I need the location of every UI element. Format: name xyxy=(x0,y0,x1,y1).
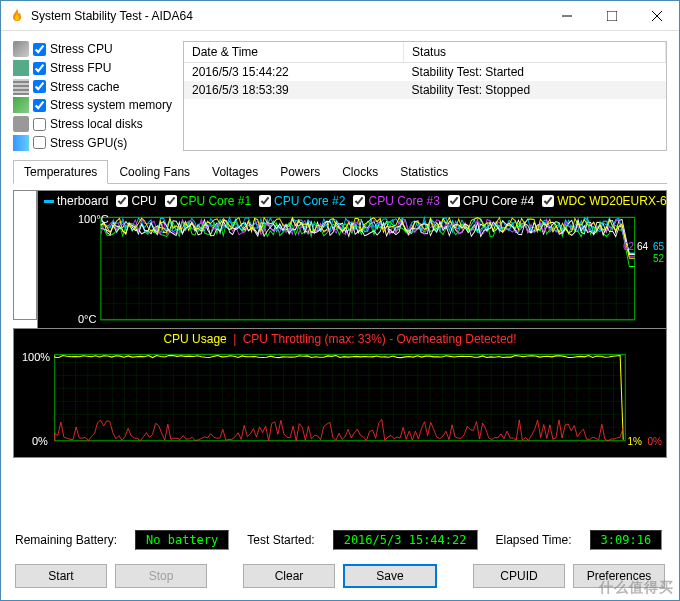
stress-cpu-label: Stress CPU xyxy=(50,42,113,56)
cpu-icon xyxy=(13,41,29,57)
start-button[interactable]: Start xyxy=(15,564,107,588)
legend-wdc[interactable]: WDC WD20EURX-64H xyxy=(542,194,666,208)
temp-legend: therboard CPU CPU Core #1 CPU Core #2 CP… xyxy=(38,191,666,211)
usage-chart: CPU Usage | CPU Throttling (max: 33%) - … xyxy=(13,328,667,458)
temp-chart-wrap: therboard CPU CPU Core #1 CPU Core #2 CP… xyxy=(13,190,667,320)
app-icon xyxy=(9,8,25,24)
fpu-icon xyxy=(13,60,29,76)
watermark: 什么值得买 xyxy=(599,579,674,597)
minimize-button[interactable] xyxy=(544,1,589,30)
legend-core1[interactable]: CPU Core #1 xyxy=(165,194,251,208)
tab-temperatures[interactable]: Temperatures xyxy=(13,160,108,184)
temp-ymin: 0°C xyxy=(78,313,96,325)
log-header-datetime[interactable]: Date & Time xyxy=(184,42,404,63)
stress-gpu-label: Stress GPU(s) xyxy=(50,136,127,150)
stress-gpu-row: Stress GPU(s) xyxy=(13,134,173,151)
stress-gpu-checkbox[interactable] xyxy=(33,136,46,149)
log-row[interactable]: 2016/5/3 18:53:39Stability Test: Stopped xyxy=(184,81,666,99)
stress-mem-checkbox[interactable] xyxy=(33,99,46,112)
swatch-icon xyxy=(44,200,54,203)
log-header-status[interactable]: Status xyxy=(404,42,666,63)
tab-cooling-fans[interactable]: Cooling Fans xyxy=(108,160,201,184)
elapsed-value: 3:09:16 xyxy=(590,530,663,550)
battery-label: Remaining Battery: xyxy=(15,533,117,547)
status-row: Remaining Battery: No battery Test Start… xyxy=(13,526,667,554)
tab-voltages[interactable]: Voltages xyxy=(201,160,269,184)
stress-cpu-checkbox[interactable] xyxy=(33,43,46,56)
legend-cpu[interactable]: CPU xyxy=(116,194,156,208)
stress-cpu-row: Stress CPU xyxy=(13,41,173,58)
temp-ymax: 100°C xyxy=(78,213,109,225)
tab-powers[interactable]: Powers xyxy=(269,160,331,184)
svg-rect-1 xyxy=(607,11,617,21)
window: System Stability Test - AIDA64 Stress CP… xyxy=(0,0,680,601)
close-button[interactable] xyxy=(634,1,679,30)
usage-chart-title: CPU Usage | CPU Throttling (max: 33%) - … xyxy=(14,329,666,349)
charts: therboard CPU CPU Core #1 CPU Core #2 CP… xyxy=(13,190,667,520)
stress-cache-checkbox[interactable] xyxy=(33,80,46,93)
stress-fpu-checkbox[interactable] xyxy=(33,62,46,75)
usage-ymax: 100% xyxy=(22,351,50,363)
stop-button[interactable]: Stop xyxy=(115,564,207,588)
temperature-chart: therboard CPU CPU Core #1 CPU Core #2 CP… xyxy=(37,190,667,340)
svg-rect-4 xyxy=(101,217,635,319)
temp-end-64: 64 xyxy=(637,241,648,252)
legend-motherboard[interactable]: therboard xyxy=(44,194,108,208)
stress-disk-checkbox[interactable] xyxy=(33,118,46,131)
content: Stress CPU Stress FPU Stress cache Stres… xyxy=(1,31,679,600)
usage-end: 1% xyxy=(628,436,642,447)
usage-chart-svg xyxy=(14,349,666,457)
window-title: System Stability Test - AIDA64 xyxy=(31,9,544,23)
throttle-end: 0% xyxy=(648,436,662,447)
save-button[interactable]: Save xyxy=(343,564,437,588)
elapsed-label: Elapsed Time: xyxy=(496,533,572,547)
maximize-button[interactable] xyxy=(589,1,634,30)
gpu-icon xyxy=(13,135,29,151)
started-label: Test Started: xyxy=(247,533,314,547)
memory-icon xyxy=(13,97,29,113)
legend-core4[interactable]: CPU Core #4 xyxy=(448,194,534,208)
cache-icon xyxy=(13,79,29,95)
window-controls xyxy=(544,1,679,30)
usage-chart-body: 100% 0% 1% 0% xyxy=(14,349,666,457)
log-row[interactable]: 2016/5/3 15:44:22Stability Test: Started xyxy=(184,63,666,82)
cpuid-button[interactable]: CPUID xyxy=(473,564,565,588)
temp-end-65: 65 xyxy=(653,241,664,252)
disk-icon xyxy=(13,116,29,132)
usage-ymin: 0% xyxy=(32,435,48,447)
usage-title: CPU Usage xyxy=(163,332,226,346)
temp-chart-svg xyxy=(38,211,666,339)
tab-statistics[interactable]: Statistics xyxy=(389,160,459,184)
top-row: Stress CPU Stress FPU Stress cache Stres… xyxy=(13,41,667,151)
stress-mem-row: Stress system memory xyxy=(13,97,173,114)
stress-fpu-row: Stress FPU xyxy=(13,60,173,77)
temp-chart-body: 100°C 0°C 65 64 62 52 18:53:39 xyxy=(38,211,666,339)
titlebar[interactable]: System Stability Test - AIDA64 xyxy=(1,1,679,31)
throttle-title: CPU Throttling (max: 33%) - Overheating … xyxy=(243,332,517,346)
legend-core3[interactable]: CPU Core #3 xyxy=(353,194,439,208)
stress-options: Stress CPU Stress FPU Stress cache Stres… xyxy=(13,41,173,151)
svg-rect-6 xyxy=(55,354,626,440)
chart-side-selector[interactable] xyxy=(13,190,37,320)
tabs: Temperatures Cooling Fans Voltages Power… xyxy=(13,159,667,184)
tab-clocks[interactable]: Clocks xyxy=(331,160,389,184)
stress-fpu-label: Stress FPU xyxy=(50,61,111,75)
clear-button[interactable]: Clear xyxy=(243,564,335,588)
stress-cache-label: Stress cache xyxy=(50,80,119,94)
temp-end-52: 52 xyxy=(653,253,664,264)
log-table[interactable]: Date & TimeStatus 2016/5/3 15:44:22Stabi… xyxy=(183,41,667,151)
legend-core2[interactable]: CPU Core #2 xyxy=(259,194,345,208)
started-value: 2016/5/3 15:44:22 xyxy=(333,530,478,550)
stress-disk-row: Stress local disks xyxy=(13,116,173,133)
stress-cache-row: Stress cache xyxy=(13,78,173,95)
battery-value: No battery xyxy=(135,530,229,550)
stress-disk-label: Stress local disks xyxy=(50,117,143,131)
button-row: Start Stop Clear Save CPUID Preferences xyxy=(13,560,667,592)
temp-end-62: 62 xyxy=(623,241,634,252)
stress-mem-label: Stress system memory xyxy=(50,98,172,112)
